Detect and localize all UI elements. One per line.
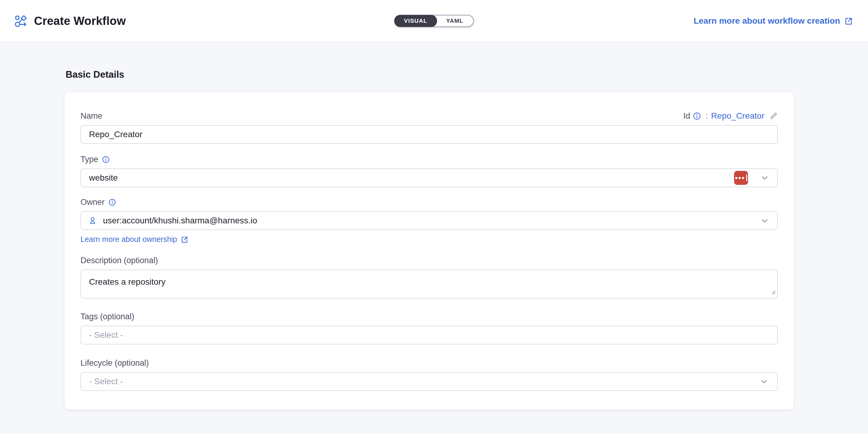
visual-yaml-toggle[interactable]: VISUAL YAML	[394, 15, 474, 27]
learn-more-workflow-link[interactable]: Learn more about workflow creation	[694, 16, 854, 26]
create-workflow-screen: Create Workflow VISUAL YAML Learn more a…	[0, 0, 868, 434]
external-link-icon	[181, 235, 189, 243]
person-icon	[88, 216, 97, 225]
description-textarea[interactable]: Creates a repository	[81, 269, 778, 299]
toggle-yaml-option[interactable]: YAML	[436, 15, 473, 26]
main-content: Basic Details Name Id	[0, 69, 868, 409]
description-label: Description (optional)	[81, 256, 158, 265]
description-label-row: Description (optional)	[81, 256, 778, 265]
type-label-row: Type	[81, 155, 778, 164]
section-title: Basic Details	[66, 69, 803, 80]
type-label: Type	[81, 155, 110, 164]
owner-label: Owner	[81, 198, 116, 207]
id-label: Id	[683, 111, 701, 121]
tags-select-input[interactable]	[81, 326, 778, 344]
name-label-row: Name Id : Repo_Creator	[81, 111, 778, 121]
chevron-down-icon[interactable]	[760, 216, 769, 225]
name-label: Name	[81, 111, 102, 121]
page-title: Create Workflow	[34, 14, 126, 28]
owner-input[interactable]	[81, 211, 778, 230]
page-header: Create Workflow VISUAL YAML Learn more a…	[0, 0, 868, 42]
basic-details-card: Name Id : Repo_Creator	[65, 92, 794, 409]
id-separator: :	[706, 111, 708, 121]
learn-more-ownership-link[interactable]: Learn more about ownership	[81, 235, 189, 244]
type-input[interactable]	[81, 168, 778, 187]
owner-label-row: Owner	[81, 198, 778, 207]
id-value[interactable]: Repo_Creator	[711, 111, 765, 121]
learn-more-workflow-label: Learn more about workflow creation	[694, 16, 840, 26]
lifecycle-label: Lifecycle (optional)	[81, 359, 149, 368]
chevron-down-icon	[760, 377, 769, 386]
owner-input-wrap	[81, 211, 778, 230]
info-icon[interactable]	[102, 156, 110, 163]
chevron-down-icon[interactable]	[760, 173, 769, 182]
toggle-visual-option[interactable]: VISUAL	[394, 15, 437, 27]
resize-handle-icon[interactable]	[771, 290, 776, 296]
id-line: Id : Repo_Creator	[683, 111, 778, 121]
lifecycle-label-row: Lifecycle (optional)	[81, 359, 778, 368]
type-input-wrap	[81, 168, 778, 187]
header-title-group: Create Workflow	[14, 14, 126, 28]
workflow-icon	[14, 14, 27, 27]
info-icon[interactable]	[108, 199, 116, 206]
password-manager-icon[interactable]	[734, 171, 748, 185]
lifecycle-placeholder: - Select -	[89, 377, 123, 386]
tags-label: Tags (optional)	[81, 312, 134, 322]
description-textarea-wrap: Creates a repository	[81, 269, 778, 299]
lifecycle-select[interactable]: - Select -	[81, 372, 778, 391]
tags-label-row: Tags (optional)	[81, 312, 778, 322]
edit-icon[interactable]	[769, 112, 778, 120]
info-icon[interactable]	[693, 112, 701, 120]
learn-more-ownership-label: Learn more about ownership	[81, 235, 177, 244]
name-input[interactable]	[81, 125, 778, 144]
external-link-icon	[844, 16, 854, 26]
